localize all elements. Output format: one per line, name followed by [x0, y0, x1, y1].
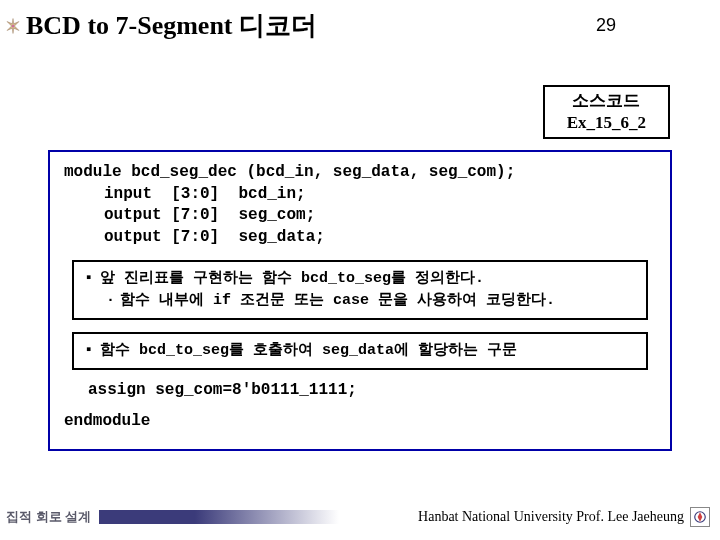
code-line: module bcd_seg_dec (bcd_in, seg_data, se…: [64, 162, 656, 184]
code-panel: module bcd_seg_dec (bcd_in, seg_data, se…: [48, 150, 672, 451]
note1-line1: 앞 진리표를 구현하는 함수 bcd_to_seg를 정의한다.: [100, 268, 484, 290]
note-box-1: ▪ 앞 진리표를 구현하는 함수 bcd_to_seg를 정의한다. · 함수 …: [72, 260, 648, 320]
code-endmodule: endmodule: [64, 411, 656, 433]
source-label-line2: Ex_15_6_2: [567, 112, 646, 134]
slide-header: BCD to 7-Segment 디코더 29: [0, 0, 720, 47]
slide-footer: 집적 회로 설계 Hanbat National University Prof…: [0, 504, 720, 530]
code-line: output [7:0] seg_data;: [64, 227, 656, 249]
code-line: input [3:0] bcd_in;: [64, 184, 656, 206]
note-box-2: ▪ 함수 bcd_to_seg를 호출하여 seg_data에 할당하는 구문: [72, 332, 648, 370]
bullet-dot-icon: ·: [106, 290, 120, 312]
source-label-line1: 소스코드: [567, 90, 646, 112]
bullet-square-icon: ▪: [84, 268, 100, 290]
note1-line2: 함수 내부에 if 조건문 또는 case 문을 사용하여 코딩한다.: [120, 290, 555, 312]
slide-title: BCD to 7-Segment 디코더: [26, 8, 596, 43]
university-logo-icon: [690, 507, 710, 527]
source-code-label-box: 소스코드 Ex_15_6_2: [543, 85, 670, 139]
bullet-square-icon: ▪: [84, 340, 100, 362]
page-number: 29: [596, 15, 616, 36]
star-icon: [4, 17, 22, 35]
note2-line1: 함수 bcd_to_seg를 호출하여 seg_data에 할당하는 구문: [100, 340, 517, 362]
code-line: output [7:0] seg_com;: [64, 205, 656, 227]
code-assign-line: assign seg_com=8'b0111_1111;: [88, 380, 656, 402]
footer-right-text: Hanbat National University Prof. Lee Jae…: [418, 509, 684, 525]
svg-point-0: [12, 24, 14, 26]
footer-left-text: 집적 회로 설계: [6, 508, 91, 526]
footer-gradient-bar: [99, 510, 339, 524]
